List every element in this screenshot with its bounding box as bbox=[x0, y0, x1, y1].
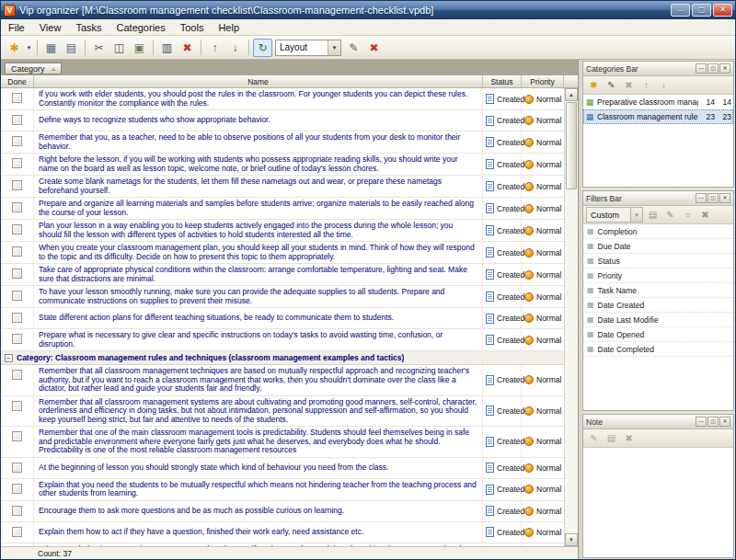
done-checkbox[interactable] bbox=[12, 484, 22, 494]
edit-filter-button[interactable]: ✎ bbox=[662, 208, 678, 223]
menu-item-tasks[interactable]: Tasks bbox=[68, 21, 109, 34]
scroll-up-icon[interactable]: ▲ bbox=[565, 88, 578, 101]
done-checkbox[interactable] bbox=[12, 136, 22, 146]
menu-item-tools[interactable]: Tools bbox=[173, 21, 212, 34]
note-minimize-icon[interactable]: — bbox=[696, 417, 707, 427]
chevron-down-icon[interactable]: ▾ bbox=[328, 40, 340, 55]
layout-combo[interactable]: Layout▾ bbox=[275, 40, 341, 56]
column-header-done[interactable]: Done bbox=[1, 75, 34, 87]
filter-field-row[interactable]: ▦Completion bbox=[583, 224, 733, 239]
menu-item-file[interactable]: File bbox=[1, 21, 32, 34]
menu-item-view[interactable]: View bbox=[32, 21, 69, 34]
move-up-button[interactable]: ↑ bbox=[205, 39, 224, 57]
filter-field-row[interactable]: ▦Task Name bbox=[583, 283, 733, 298]
done-checkbox[interactable] bbox=[12, 180, 22, 190]
apply-layout-button[interactable]: ↻ bbox=[253, 39, 272, 57]
filters-close-icon[interactable]: ✕ bbox=[719, 193, 730, 203]
filters-minimize-icon[interactable]: — bbox=[696, 193, 707, 203]
column-header-priority[interactable]: Priority bbox=[522, 75, 564, 87]
scroll-down-icon[interactable]: ▼ bbox=[565, 533, 578, 546]
done-checkbox[interactable] bbox=[12, 246, 22, 257]
new-category-button[interactable]: ✱ bbox=[586, 78, 602, 93]
menu-item-help[interactable]: Help bbox=[211, 21, 247, 34]
group-by-category-chip[interactable]: Category ▵ bbox=[5, 63, 62, 74]
close-button[interactable]: ✕ bbox=[713, 4, 732, 17]
task-row[interactable]: If you work with elder students, you sho… bbox=[1, 88, 564, 110]
notes-view-button[interactable]: ▤ bbox=[62, 39, 81, 57]
clear-filter-button[interactable]: ○ bbox=[680, 208, 696, 223]
save-filter-button[interactable]: ▤ bbox=[645, 208, 661, 223]
filter-field-row[interactable]: ▦Due Date bbox=[583, 239, 733, 254]
task-row[interactable]: At the beginning of lesson you should st… bbox=[1, 458, 564, 479]
filters-pin-icon[interactable]: ◫ bbox=[707, 193, 719, 203]
task-row[interactable]: When you create your classroom managemen… bbox=[1, 242, 564, 264]
view-list-button[interactable]: ▦ bbox=[41, 39, 61, 57]
scrollbar-track[interactable] bbox=[565, 190, 578, 533]
task-row[interactable]: Define ways to recognize students who sh… bbox=[1, 110, 564, 131]
scrollbar-thumb[interactable] bbox=[566, 102, 577, 189]
task-row[interactable]: Remember that you, as a teacher, need to… bbox=[1, 131, 564, 154]
filter-preset-combo[interactable]: Custom ▾ bbox=[586, 207, 643, 223]
note-pin-icon[interactable]: ◫ bbox=[707, 417, 719, 427]
task-row[interactable]: Prepare what is necessary to give clear … bbox=[1, 329, 564, 351]
task-row[interactable]: Remember that one of the main classroom … bbox=[1, 427, 564, 458]
done-checkbox[interactable] bbox=[12, 224, 22, 234]
task-row[interactable]: State different action plans for differe… bbox=[1, 308, 564, 329]
category-tree-item[interactable]: ▦Preparative classroom management a1414 bbox=[583, 95, 733, 109]
format-note-button[interactable]: ▤ bbox=[604, 431, 619, 446]
print-button[interactable]: ▥ bbox=[157, 39, 177, 57]
collapse-icon[interactable]: − bbox=[5, 354, 13, 362]
task-row[interactable]: Create some blank nametags for the stude… bbox=[1, 176, 564, 198]
copy-button[interactable]: ◫ bbox=[109, 39, 129, 57]
task-row[interactable]: Right before the lesson, if you will be … bbox=[1, 154, 564, 176]
delete-task-button[interactable]: ✖ bbox=[178, 39, 197, 57]
move-down-button[interactable]: ↓ bbox=[225, 39, 245, 57]
menu-item-categories[interactable]: Categories bbox=[109, 21, 173, 34]
edit-note-button[interactable]: ✎ bbox=[586, 431, 602, 446]
paste-button[interactable]: ▣ bbox=[130, 39, 149, 57]
vertical-scrollbar[interactable]: ▲ ▼ bbox=[564, 88, 578, 546]
categories-minimize-icon[interactable]: — bbox=[696, 63, 707, 74]
filter-field-row[interactable]: ▦Date Opened bbox=[583, 327, 733, 342]
edit-category-button[interactable]: ✎ bbox=[604, 78, 619, 93]
done-checkbox[interactable] bbox=[12, 527, 22, 537]
task-row[interactable]: Take care of appropriate physical condit… bbox=[1, 264, 564, 286]
delete-layout-button[interactable]: ✖ bbox=[364, 39, 384, 57]
delete-filter-button[interactable]: ✖ bbox=[697, 208, 713, 223]
delete-category-button[interactable]: ✖ bbox=[621, 78, 637, 93]
filter-field-row[interactable]: ▦Status bbox=[583, 254, 733, 269]
maximize-button[interactable]: ▢ bbox=[692, 4, 711, 17]
category-tree-item[interactable]: ▦Classroom management rules and tec2323 bbox=[583, 109, 733, 124]
move-category-down-button[interactable]: ↓ bbox=[656, 78, 672, 93]
done-checkbox[interactable] bbox=[12, 370, 22, 380]
done-checkbox[interactable] bbox=[12, 401, 22, 411]
done-checkbox[interactable] bbox=[12, 431, 22, 441]
category-group-row[interactable]: −Category: Classroom management rules an… bbox=[1, 351, 564, 365]
task-row[interactable]: Plan your lesson in a way enabling you t… bbox=[1, 220, 564, 242]
move-category-up-button[interactable]: ↑ bbox=[638, 78, 654, 93]
filter-field-row[interactable]: ▦Priority bbox=[583, 269, 733, 283]
done-checkbox[interactable] bbox=[12, 93, 22, 103]
filter-field-row[interactable]: ▦Date Created bbox=[583, 298, 733, 313]
new-task-button[interactable]: ✱ bbox=[5, 39, 24, 57]
done-checkbox[interactable] bbox=[12, 202, 22, 212]
done-checkbox[interactable] bbox=[12, 313, 22, 323]
cut-button[interactable]: ✂ bbox=[89, 39, 109, 57]
done-checkbox[interactable] bbox=[12, 158, 22, 168]
edit-layout-button[interactable]: ✎ bbox=[344, 39, 363, 57]
note-editor[interactable] bbox=[583, 448, 733, 557]
task-row[interactable]: Remember that all classroom management t… bbox=[1, 365, 564, 396]
task-row[interactable]: Remember that all classroom management s… bbox=[1, 396, 564, 428]
task-row[interactable]: Explain that you need the students to be… bbox=[1, 479, 564, 501]
task-row[interactable]: To have your lesson smoothly running, ma… bbox=[1, 286, 564, 308]
categories-pin-icon[interactable]: ◫ bbox=[707, 63, 719, 74]
done-checkbox[interactable] bbox=[12, 506, 22, 516]
done-checkbox[interactable] bbox=[12, 463, 22, 473]
task-row[interactable]: Explain them how to act if they have a q… bbox=[1, 522, 564, 543]
clear-note-button[interactable]: ✖ bbox=[621, 431, 637, 446]
task-row[interactable]: Prepare and organize all learning materi… bbox=[1, 198, 564, 220]
column-header-name[interactable]: Name bbox=[34, 75, 483, 87]
categories-close-icon[interactable]: ✕ bbox=[719, 63, 730, 74]
note-close-icon[interactable]: ✕ bbox=[719, 417, 730, 427]
done-checkbox[interactable] bbox=[12, 291, 22, 301]
